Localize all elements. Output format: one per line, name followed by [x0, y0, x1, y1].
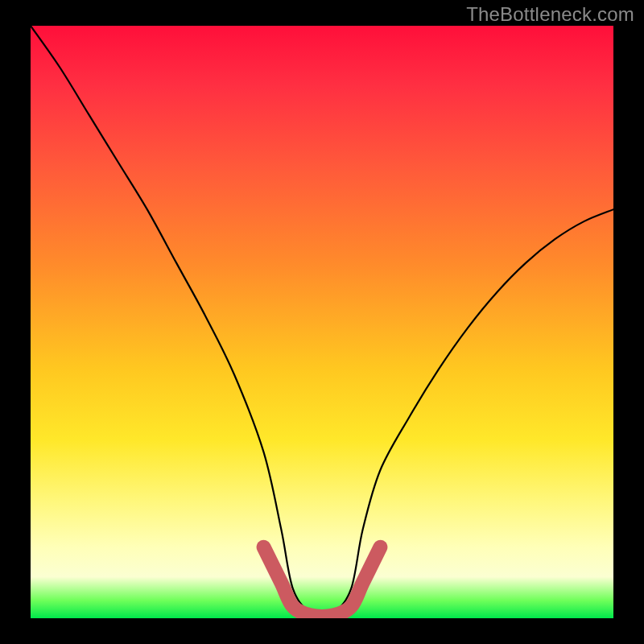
- curve-overlay: [31, 26, 613, 618]
- plot-area: [31, 26, 613, 618]
- chart-frame: TheBottleneck.com: [0, 0, 644, 644]
- main-curve: [31, 26, 613, 615]
- watermark-text: TheBottleneck.com: [466, 3, 634, 26]
- highlight-band: [264, 547, 381, 617]
